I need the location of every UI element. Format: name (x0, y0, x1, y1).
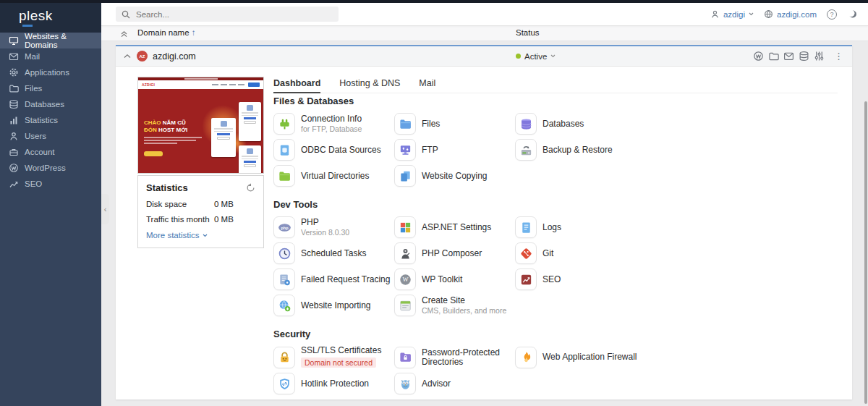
sidebar-item-label: Mail (25, 52, 40, 61)
collapse-card-icon[interactable] (124, 54, 131, 59)
globe-icon (764, 9, 773, 19)
tool-create-site[interactable]: Create SiteCMS, Builders, and more (394, 295, 515, 316)
folder-icon[interactable] (768, 51, 779, 62)
sidebar-item-label: Databases (25, 100, 64, 109)
tool-connection-info[interactable]: Connection Infofor FTP, Database (273, 113, 394, 135)
database-icon[interactable] (799, 51, 809, 62)
tool-ftp[interactable]: FTP (394, 139, 515, 161)
tool-web-application-firewall[interactable]: Web Application Firewall (515, 346, 841, 368)
sidebar-item-mail[interactable]: Mail (0, 48, 101, 64)
sidebar-item-wordpress[interactable]: WordPress (0, 160, 101, 176)
sidebar-item-websites-domains[interactable]: Websites & Domains (0, 33, 101, 48)
tool-advisor[interactable]: Advisor (394, 373, 515, 394)
status-column-header: Status (516, 28, 540, 37)
wordpress-icon[interactable] (753, 51, 764, 62)
domain-favicon: AZ (137, 51, 148, 62)
tab-mail[interactable]: Mail (419, 78, 435, 93)
odbc-document-icon (273, 139, 295, 161)
sidebar-item-applications[interactable]: Applications (0, 64, 101, 80)
sidebar-item-account[interactable]: Account (0, 144, 101, 160)
search-input[interactable] (135, 9, 333, 20)
sidebar-item-databases[interactable]: Databases (0, 96, 101, 112)
kebab-menu-icon[interactable]: ⋮ (834, 51, 843, 61)
ssl-lock-icon (273, 347, 295, 368)
search-box[interactable] (116, 7, 339, 22)
tool-logs[interactable]: Logs (515, 216, 841, 238)
wp-toolkit-icon: W (394, 268, 416, 290)
seo-chart-icon (9, 179, 19, 189)
site-name: azdigi.com (777, 10, 817, 19)
tool-scheduled-tasks[interactable]: Scheduled Tasks (273, 242, 394, 264)
composer-icon (394, 242, 416, 264)
tool-website-copying[interactable]: Website Copying (394, 165, 515, 187)
tool-databases[interactable]: Databases (515, 113, 841, 135)
user-menu[interactable]: azdigi (710, 9, 754, 19)
tool-odbc[interactable]: ODBC Data Sources (273, 139, 394, 161)
monitor-icon (9, 35, 19, 46)
domain-name[interactable]: azdigi.com (153, 51, 196, 62)
tool-backup-restore[interactable]: Backup & Restore (515, 139, 841, 161)
person-icon (710, 9, 720, 19)
preview-button (144, 151, 163, 156)
bar-chart-icon (9, 115, 19, 125)
domain-not-secured-badge: Domain not secured (301, 358, 376, 368)
open-site-link[interactable]: azdigi.com (764, 9, 817, 19)
refresh-icon[interactable] (246, 183, 255, 193)
wordpress-icon (9, 163, 19, 173)
tool-hotlink-protection[interactable]: Hotlink Protection (273, 373, 394, 394)
help-icon[interactable]: ? (827, 9, 837, 20)
user-name: azdigi (723, 10, 745, 19)
chevron-down-icon (749, 12, 754, 16)
plesk-logo-text: plesk (19, 9, 101, 22)
sidebar-item-users[interactable]: Users (0, 128, 101, 144)
user-icon (9, 131, 19, 141)
create-site-icon (394, 295, 416, 316)
collapse-all-icon[interactable] (120, 30, 128, 38)
site-preview-thumbnail[interactable]: AZDIGI CHÀO NĂM CŨ ĐÓN HOST MỚI (137, 77, 264, 174)
status-badge[interactable]: Active (516, 52, 556, 61)
sliders-icon[interactable] (814, 51, 825, 62)
sidebar-item-files[interactable]: Files (0, 80, 101, 96)
section-dev-tools: Dev Tools php PHPVersion 8.0.30 ASP.NET … (273, 199, 841, 316)
section-files-databases: Files & Databases Connection Infofor FTP… (273, 96, 841, 187)
preview-paragraph (144, 137, 202, 145)
folder-icon (9, 83, 19, 93)
briefcase-icon (9, 147, 19, 157)
sort-by-domain-name[interactable]: Domain name ↑ (137, 28, 196, 37)
sidebar-item-seo[interactable]: SEO (0, 176, 101, 192)
statistics-title: Statistics (146, 182, 188, 193)
preview-body: CHÀO NĂM CŨ ĐÓN HOST MỚI (138, 89, 263, 174)
tab-dashboard[interactable]: Dashboard (273, 78, 320, 93)
tool-php-composer[interactable]: PHP Composer (394, 242, 515, 264)
sidebar-item-statistics[interactable]: Statistics (0, 112, 101, 128)
section-title: Dev Tools (273, 199, 841, 210)
tool-wp-toolkit[interactable]: W WP Toolkit (394, 268, 515, 290)
sidebar: plesk Websites & Domains Mail Applicatio… (0, 0, 101, 406)
preview-pricing-card (239, 102, 261, 141)
plesk-logo[interactable]: plesk (0, 0, 101, 33)
tool-virtual-directories[interactable]: Virtual Directories (273, 165, 394, 187)
topbar: azdigi azdigi.com ? (101, 3, 868, 26)
tool-git[interactable]: Git (515, 242, 841, 264)
chevron-down-icon (550, 54, 556, 58)
tool-ssl-certificates[interactable]: SSL/TLS CertificatesDomain not secured (273, 346, 394, 368)
tool-aspnet-settings[interactable]: ASP.NET Settings (394, 216, 515, 238)
mail-icon[interactable] (783, 51, 794, 62)
seo-tool-icon (515, 268, 537, 290)
tool-seo[interactable]: SEO (515, 268, 841, 290)
sidebar-collapse-handle[interactable]: ‹ (101, 194, 109, 224)
tool-password-protected-directories[interactable]: Password-Protected Directories (394, 346, 515, 368)
domain-quick-actions: ⋮ (753, 51, 843, 62)
dark-mode-moon-icon[interactable] (847, 9, 858, 20)
stat-row-disk-space: Disk space 0 MB (146, 200, 255, 208)
ftp-monitor-icon (394, 139, 416, 161)
more-statistics-link[interactable]: More statistics (146, 231, 255, 240)
vertical-scrollbar[interactable] (864, 101, 867, 404)
tool-website-importing[interactable]: Website Importing (273, 295, 394, 316)
tool-php[interactable]: php PHPVersion 8.0.30 (273, 216, 394, 238)
section-security: Security SSL/TLS CertificatesDomain not … (273, 329, 841, 394)
tab-hosting-dns[interactable]: Hosting & DNS (339, 78, 400, 93)
tool-failed-request-tracing[interactable]: Failed Request Tracing (273, 268, 394, 290)
preview-pricing-card (211, 118, 236, 157)
tool-files[interactable]: Files (394, 113, 515, 135)
